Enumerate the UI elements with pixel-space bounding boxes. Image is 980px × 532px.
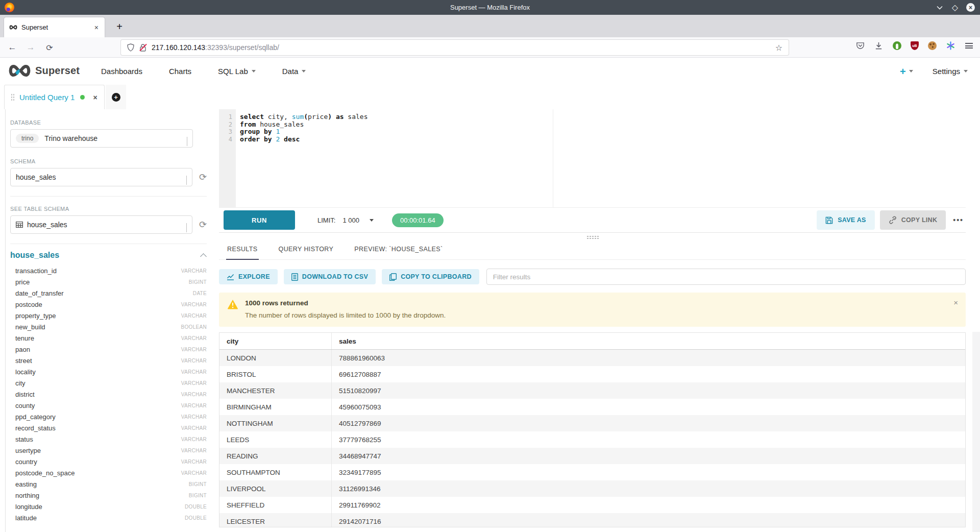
- back-button[interactable]: ←: [6, 41, 19, 54]
- extension-asterisk-icon[interactable]: [946, 41, 955, 51]
- filter-results-input[interactable]: [486, 269, 966, 285]
- browser-tab[interactable]: Superset ×: [4, 17, 105, 37]
- download-csv-button[interactable]: DOWNLOAD TO CSV: [284, 269, 376, 284]
- add-query-icon[interactable]: +: [112, 93, 120, 102]
- line-number: 3: [219, 128, 232, 136]
- column-type: VARCHAR: [181, 302, 207, 307]
- database-type-badge: trino: [16, 134, 39, 143]
- superset-logo-icon: [8, 64, 31, 77]
- nav-dashboards[interactable]: Dashboards: [101, 67, 142, 76]
- explore-button[interactable]: EXPLORE: [219, 269, 278, 284]
- table-cell: LEEDS: [219, 431, 332, 448]
- column-row: latitudeDOUBLE: [10, 512, 207, 523]
- table-cell: SHEFFIELD: [219, 497, 332, 513]
- table-cell: 45960075093: [332, 399, 965, 415]
- column-type: BIGINT: [189, 493, 207, 498]
- column-name: tenure: [15, 334, 34, 342]
- column-row: streetVARCHAR: [10, 355, 207, 366]
- column-row: countyVARCHAR: [10, 400, 207, 411]
- divider: [10, 244, 207, 244]
- forward-button[interactable]: →: [24, 41, 37, 54]
- limit-dropdown[interactable]: LIMIT: 1 000: [317, 216, 374, 224]
- column-name: easting: [15, 480, 37, 488]
- new-tab-button[interactable]: +: [112, 19, 127, 34]
- column-name: northing: [15, 492, 39, 499]
- window-close-icon[interactable]: ×: [966, 3, 975, 12]
- chevron-down-icon: [302, 70, 306, 72]
- pane-divider[interactable]: [219, 233, 966, 241]
- nav-charts[interactable]: Charts: [169, 67, 191, 76]
- column-name: city: [15, 379, 26, 387]
- pocket-icon[interactable]: [855, 41, 865, 51]
- insecure-lock-icon[interactable]: [139, 43, 146, 52]
- column-type: VARCHAR: [181, 313, 207, 319]
- column-header-sales[interactable]: sales: [332, 333, 965, 349]
- column-type: VARCHAR: [181, 470, 207, 476]
- warning-triangle-icon: [227, 299, 238, 319]
- table-cell: BIRMINGHAM: [219, 399, 332, 415]
- downloads-icon[interactable]: [874, 41, 884, 51]
- browser-tabstrip: Superset × +: [0, 15, 980, 37]
- firefox-logo-icon: [5, 3, 14, 12]
- reload-button[interactable]: ⟳: [43, 41, 56, 54]
- tab-results[interactable]: RESULTS: [226, 241, 259, 259]
- run-button[interactable]: RUN: [224, 210, 295, 230]
- table-name-heading[interactable]: house_sales: [10, 251, 59, 260]
- privacy-badger-icon[interactable]: [892, 41, 902, 51]
- editor-code[interactable]: select city, sum(price) as salesfrom hou…: [236, 109, 966, 207]
- column-row: paonVARCHAR: [10, 344, 207, 355]
- window-minimize-icon[interactable]: [936, 4, 944, 12]
- column-row: priceBIGINT: [10, 276, 207, 287]
- column-name: paon: [15, 346, 30, 353]
- nav-sql-lab[interactable]: SQL Lab: [218, 67, 256, 76]
- sql-editor[interactable]: 1234 select city, sum(price) as salesfro…: [219, 109, 966, 208]
- refresh-schema-icon[interactable]: ⟳: [199, 173, 207, 182]
- drag-handle-icon[interactable]: [11, 93, 14, 101]
- column-name: country: [15, 458, 37, 466]
- browser-tab-close-icon[interactable]: ×: [93, 23, 100, 32]
- query-tab-bar: Untitled Query 1 × +: [0, 85, 980, 109]
- bookmark-star-icon[interactable]: ☆: [775, 43, 782, 53]
- refresh-table-icon[interactable]: ⟳: [199, 220, 207, 229]
- menu-hamburger-icon[interactable]: [964, 41, 974, 51]
- query-tab-close-icon[interactable]: ×: [93, 93, 97, 102]
- results-scrollbar[interactable]: [972, 332, 980, 532]
- cookie-extension-icon[interactable]: [927, 41, 937, 51]
- column-name: street: [15, 357, 32, 365]
- query-tab[interactable]: Untitled Query 1 ×: [4, 85, 105, 109]
- add-query-tab[interactable]: +: [106, 85, 126, 109]
- sql-lab-main: 1234 select city, sum(price) as salesfro…: [219, 109, 966, 532]
- more-actions-button[interactable]: •••: [953, 216, 964, 224]
- tab-preview[interactable]: PREVIEW: `HOUSE_SALES`: [353, 241, 444, 259]
- url-host: 217.160.120.143: [152, 43, 205, 52]
- nav-data[interactable]: Data: [282, 67, 306, 76]
- column-header-city[interactable]: city: [219, 333, 332, 349]
- column-row: eastingBIGINT: [10, 478, 207, 490]
- collapse-chevron-icon[interactable]: [200, 253, 207, 260]
- table-select[interactable]: house_sales: [10, 215, 192, 234]
- schema-select[interactable]: house_sales: [10, 168, 192, 186]
- chevron-down-icon: [909, 70, 913, 72]
- url-bar[interactable]: 217.160.120.143:32393/superset/sqllab/ ☆: [121, 40, 789, 55]
- ublock-icon[interactable]: uB: [911, 41, 919, 50]
- column-row: usertypeVARCHAR: [10, 445, 207, 456]
- copy-to-clipboard-button[interactable]: COPY TO CLIPBOARD: [382, 269, 479, 284]
- column-name: locality: [15, 368, 36, 376]
- query-status-dot: [80, 95, 85, 100]
- save-as-button[interactable]: SAVE AS: [817, 210, 875, 230]
- column-type: BOOLEAN: [181, 324, 207, 330]
- column-row: tenureVARCHAR: [10, 332, 207, 344]
- settings-menu[interactable]: Settings: [933, 67, 968, 76]
- tab-query-history[interactable]: QUERY HISTORY: [278, 241, 335, 259]
- elapsed-time-badge: 00:00:01.64: [392, 213, 444, 227]
- window-maximize-icon[interactable]: ◇: [951, 4, 959, 12]
- column-name: longitude: [15, 503, 42, 511]
- new-item-menu[interactable]: +: [900, 66, 913, 77]
- table-row: LIVERPOOL31126991346: [219, 480, 965, 497]
- copy-link-button[interactable]: COPY LINK: [880, 210, 946, 230]
- results-table: citysales LONDON788861960063BRISTOL69612…: [219, 332, 966, 527]
- shield-icon[interactable]: [127, 43, 134, 52]
- database-select[interactable]: trino Trino warehouse: [10, 129, 193, 148]
- column-row: transaction_idVARCHAR: [10, 265, 207, 276]
- alert-close-icon[interactable]: ×: [953, 299, 958, 306]
